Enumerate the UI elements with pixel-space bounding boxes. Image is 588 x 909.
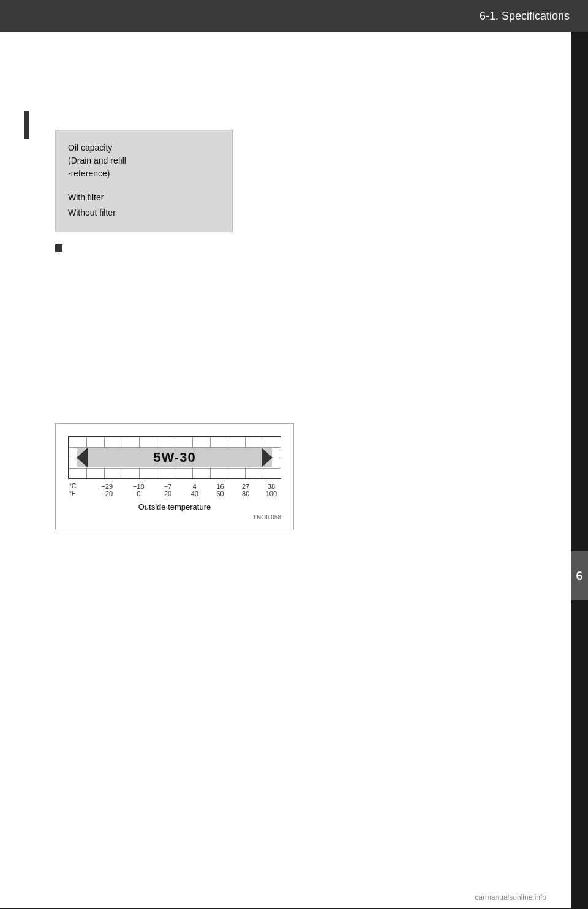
with-filter-label: With filter xyxy=(68,190,220,205)
temp-c-5: 16 xyxy=(212,483,229,490)
header-title: 6-1. Specifications xyxy=(480,10,570,23)
temp-scale-c: °C −29 −18 −7 4 16 27 38 xyxy=(68,483,281,490)
arrow-right-icon xyxy=(262,448,273,467)
oil-grade-bar: 5W-30 xyxy=(77,448,272,467)
temp-f-1: −20 xyxy=(95,490,119,497)
chart-id: ITNOIL058 xyxy=(68,514,281,521)
temp-f-6: 80 xyxy=(237,490,254,497)
temp-f-4: 40 xyxy=(186,490,203,497)
oil-grade-label: 5W-30 xyxy=(153,450,195,466)
temp-unit-c: °C xyxy=(69,483,86,490)
temp-f-2: 0 xyxy=(127,490,149,497)
temp-c-1: −29 xyxy=(95,483,119,490)
temp-c-6: 27 xyxy=(237,483,254,490)
temp-c-2: −18 xyxy=(127,483,149,490)
section-heading-bar xyxy=(24,111,29,139)
temp-scale-f: °F −20 0 20 40 60 80 100 xyxy=(68,490,281,497)
arrow-left-icon xyxy=(77,448,88,467)
without-filter-label: Without filter xyxy=(68,205,220,221)
outside-temp-label: Outside temperature xyxy=(68,502,281,511)
temp-c-7: 38 xyxy=(263,483,280,490)
temp-f-3: 20 xyxy=(158,490,178,497)
right-tab: 6 xyxy=(571,551,588,600)
chart-grid: 5W-30 xyxy=(68,436,281,479)
temp-c-3: −7 xyxy=(158,483,178,490)
bottom-watermark: carmanualsonline.info xyxy=(475,893,546,902)
chart-inner: 5W-30 °C −29 −18 −7 4 16 27 38 °F −20 0 xyxy=(68,436,281,521)
temperature-chart-container: 5W-30 °C −29 −18 −7 4 16 27 38 °F −20 0 xyxy=(55,423,294,530)
temp-f-5: 60 xyxy=(212,490,229,497)
temp-c-4: 4 xyxy=(186,483,203,490)
section-number: 6 xyxy=(576,569,582,583)
small-square-indicator xyxy=(55,244,62,252)
main-content: Oil capacity (Drain and refill -referenc… xyxy=(0,32,571,908)
top-header: 6-1. Specifications xyxy=(0,0,588,32)
temp-f-7: 100 xyxy=(263,490,280,497)
oil-capacity-items: With filter Without filter xyxy=(68,190,220,221)
temp-unit-f: °F xyxy=(69,490,86,497)
oil-capacity-box: Oil capacity (Drain and refill -referenc… xyxy=(55,130,233,232)
oil-capacity-title: Oil capacity (Drain and refill -referenc… xyxy=(68,141,220,180)
